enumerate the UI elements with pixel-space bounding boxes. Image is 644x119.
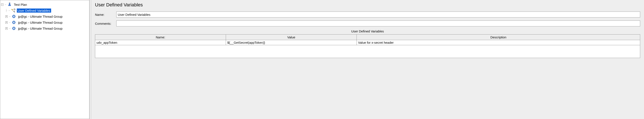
svg-point-3 (13, 16, 14, 17)
tree-connector: ├ (5, 9, 7, 12)
svg-point-7 (13, 28, 14, 29)
name-input[interactable] (116, 12, 640, 18)
name-row: Name: (95, 12, 640, 18)
tree-root-label[interactable]: Test Plan (13, 3, 28, 7)
minus-icon[interactable]: − (1, 4, 4, 6)
table-row[interactable]: udv_appToken ${__GetSecret(appToken)} Va… (95, 40, 640, 45)
tree-root-test-plan[interactable]: − ··· Test Plan (1, 2, 88, 8)
variables-table-section: User Defined Variables Name: Value Descr… (95, 29, 640, 58)
column-header-description[interactable]: Description (357, 35, 640, 40)
variables-table: Name: Value Description udv_appToken ${_… (95, 34, 640, 45)
tree-panel: − ··· Test Plan ├ ··· User Defined Varia… (0, 0, 90, 119)
svg-point-1 (14, 9, 15, 10)
tree-item-label[interactable]: jp@gc - Ultimate Thread Group (17, 15, 63, 19)
plus-icon[interactable]: + (5, 27, 8, 30)
tree-connector: ··· (9, 15, 10, 18)
tree-connector: ··· (9, 21, 10, 24)
flask-icon (7, 2, 12, 7)
name-label: Name: (95, 13, 116, 17)
comments-label: Comments: (95, 22, 116, 25)
comments-input[interactable] (116, 21, 640, 27)
gear-icon (11, 20, 16, 25)
gear-icon (11, 14, 16, 19)
tree-connector: ··· (5, 3, 6, 6)
tree-item-user-defined-variables[interactable]: ├ ··· User Defined Variables (5, 8, 88, 14)
cell-name[interactable]: udv_appToken (95, 40, 226, 45)
gear-icon (11, 26, 16, 31)
plus-icon[interactable]: + (5, 21, 8, 24)
column-header-name[interactable]: Name: (95, 35, 226, 40)
wrench-icon (11, 8, 16, 13)
tree-connector: ··· (9, 27, 10, 30)
column-header-value[interactable]: Value (226, 35, 357, 40)
table-empty-area[interactable] (95, 45, 640, 58)
plus-icon[interactable]: + (5, 15, 8, 18)
tree-item-thread-group-3[interactable]: + ··· jp@gc - Ultimate Thread Group (5, 25, 88, 31)
tree-item-label[interactable]: jp@gc - Ultimate Thread Group (17, 27, 63, 31)
split-divider[interactable] (90, 0, 91, 119)
main-panel: User Defined Variables Name: Comments: U… (91, 0, 644, 119)
svg-point-5 (13, 22, 14, 23)
cell-description[interactable]: Value for x-secret header (357, 40, 640, 45)
table-title: User Defined Variables (95, 29, 640, 33)
tree-item-label[interactable]: User Defined Variables (17, 9, 51, 13)
cell-value[interactable]: ${__GetSecret(appToken)} (226, 40, 357, 45)
tree-item-thread-group-2[interactable]: + ··· jp@gc - Ultimate Thread Group (5, 19, 88, 25)
svg-rect-0 (9, 3, 10, 3)
tree-item-thread-group-1[interactable]: + ··· jp@gc - Ultimate Thread Group (5, 14, 88, 19)
tree-item-label[interactable]: jp@gc - Ultimate Thread Group (17, 21, 63, 25)
comments-row: Comments: (95, 21, 640, 27)
tree-connector: ··· (8, 9, 10, 12)
page-title: User Defined Variables (95, 2, 640, 8)
